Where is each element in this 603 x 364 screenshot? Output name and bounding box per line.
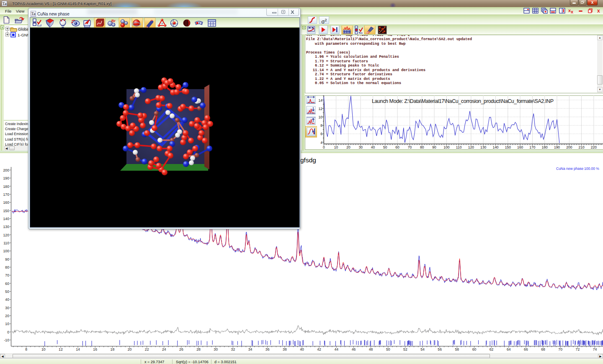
svg-text:x: x bbox=[571, 9, 574, 14]
svg-text:44: 44 bbox=[334, 347, 338, 351]
svg-text:Br: Br bbox=[111, 19, 116, 23]
svg-text:10: 10 bbox=[319, 115, 323, 119]
svg-text:80: 80 bbox=[420, 145, 424, 149]
svg-text:10: 10 bbox=[41, 347, 46, 351]
svg-text:130: 130 bbox=[480, 145, 486, 149]
svg-text:90: 90 bbox=[5, 257, 9, 261]
svg-text:90: 90 bbox=[432, 145, 436, 149]
svg-text:100.00 %: 100.00 % bbox=[584, 167, 599, 171]
svg-text:180: 180 bbox=[3, 185, 10, 189]
svg-text:200: 200 bbox=[3, 168, 10, 172]
svg-text:8: 8 bbox=[25, 347, 27, 351]
svg-text:16: 16 bbox=[93, 347, 97, 351]
svg-text:30: 30 bbox=[214, 347, 218, 351]
svg-text:60: 60 bbox=[395, 145, 399, 149]
svg-text:120: 120 bbox=[468, 145, 474, 149]
svg-text:100: 100 bbox=[3, 249, 10, 253]
svg-text:62: 62 bbox=[490, 347, 494, 351]
svg-text:60: 60 bbox=[472, 347, 477, 351]
svg-text:34: 34 bbox=[248, 347, 253, 351]
svg-text:-10: -10 bbox=[4, 338, 9, 342]
svg-text:190: 190 bbox=[554, 145, 560, 149]
svg-text:46: 46 bbox=[352, 347, 356, 351]
svg-text:58: 58 bbox=[455, 347, 459, 351]
svg-text:180: 180 bbox=[542, 145, 548, 149]
svg-text:20: 20 bbox=[5, 314, 9, 318]
svg-text:30: 30 bbox=[5, 306, 9, 310]
svg-text:140: 140 bbox=[3, 217, 10, 221]
svg-text:140: 140 bbox=[492, 145, 498, 149]
svg-text:6: 6 bbox=[320, 132, 322, 136]
svg-text:4: 4 bbox=[320, 141, 322, 145]
svg-text:26: 26 bbox=[179, 347, 183, 351]
svg-text:150: 150 bbox=[3, 209, 10, 213]
svg-text:66: 66 bbox=[524, 347, 528, 351]
svg-text:0: 0 bbox=[323, 145, 325, 149]
svg-text:10: 10 bbox=[5, 322, 9, 326]
svg-text:14: 14 bbox=[76, 347, 80, 351]
svg-text:220: 220 bbox=[591, 145, 597, 149]
svg-text:170: 170 bbox=[529, 145, 535, 149]
svg-text:14: 14 bbox=[319, 98, 323, 103]
svg-text:70: 70 bbox=[558, 347, 562, 351]
svg-text:12: 12 bbox=[319, 107, 323, 111]
svg-text:12: 12 bbox=[59, 347, 63, 351]
svg-text:30: 30 bbox=[358, 145, 363, 149]
svg-text:Launch Mode: Z:\Data\Material1: Launch Mode: Z:\Data\Material17\NaCu_cor… bbox=[372, 98, 554, 104]
svg-text:60: 60 bbox=[5, 282, 9, 286]
svg-text:120: 120 bbox=[3, 233, 10, 237]
svg-text:40: 40 bbox=[5, 297, 9, 302]
svg-text:190: 190 bbox=[3, 176, 10, 180]
svg-text:74: 74 bbox=[593, 347, 597, 351]
svg-text:gfsdg: gfsdg bbox=[300, 156, 316, 164]
svg-text:160: 160 bbox=[517, 145, 523, 149]
svg-text:110: 110 bbox=[456, 145, 462, 149]
svg-text:48: 48 bbox=[369, 347, 373, 351]
svg-text:38: 38 bbox=[283, 347, 287, 351]
svg-text:24: 24 bbox=[162, 347, 166, 351]
svg-text:50: 50 bbox=[386, 347, 390, 351]
svg-text:100: 100 bbox=[443, 145, 449, 149]
svg-text:54: 54 bbox=[420, 347, 425, 351]
svg-text:40: 40 bbox=[371, 145, 375, 149]
svg-text:110: 110 bbox=[3, 241, 9, 245]
svg-text:160: 160 bbox=[3, 200, 10, 205]
svg-text:200: 200 bbox=[566, 145, 572, 149]
svg-text:42: 42 bbox=[317, 347, 321, 351]
svg-text:210: 210 bbox=[579, 145, 585, 149]
svg-text:52: 52 bbox=[403, 347, 407, 351]
svg-text:22: 22 bbox=[145, 347, 149, 351]
svg-text:130: 130 bbox=[3, 225, 10, 229]
svg-text:28: 28 bbox=[196, 347, 201, 351]
svg-text:56: 56 bbox=[438, 347, 442, 351]
svg-text:20: 20 bbox=[346, 145, 350, 149]
svg-text:70: 70 bbox=[5, 273, 9, 277]
svg-text:32: 32 bbox=[231, 347, 235, 351]
svg-text:36: 36 bbox=[265, 347, 270, 351]
svg-text:170: 170 bbox=[3, 192, 10, 197]
svg-text:70: 70 bbox=[408, 145, 412, 149]
svg-text:10: 10 bbox=[334, 145, 338, 149]
svg-text:8: 8 bbox=[320, 123, 322, 128]
svg-text:150: 150 bbox=[505, 145, 511, 149]
svg-text:x: x bbox=[597, 8, 600, 14]
svg-text:64: 64 bbox=[507, 347, 511, 351]
svg-text:0: 0 bbox=[7, 330, 9, 334]
svg-text:40: 40 bbox=[300, 347, 304, 351]
svg-text:50: 50 bbox=[5, 290, 9, 294]
svg-text:50: 50 bbox=[383, 145, 387, 149]
svg-text:80: 80 bbox=[5, 265, 9, 269]
svg-text:CuNa new phase: CuNa new phase bbox=[556, 167, 583, 171]
svg-text:18: 18 bbox=[111, 347, 115, 351]
svg-text:68: 68 bbox=[541, 347, 545, 351]
svg-text:20: 20 bbox=[128, 347, 132, 351]
svg-text:72: 72 bbox=[576, 347, 580, 351]
